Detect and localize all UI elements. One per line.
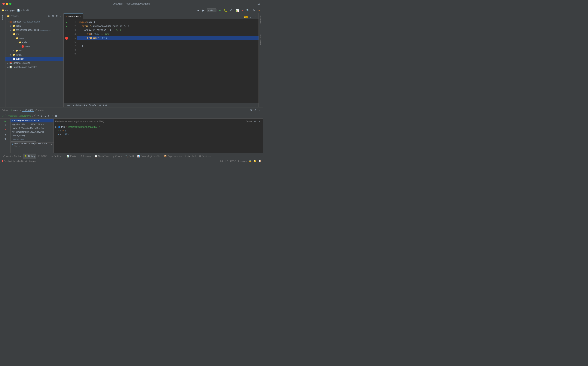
tab-build[interactable]: 🔨 Build xyxy=(124,153,135,159)
gutter-run-1[interactable]: ▶ xyxy=(64,20,69,24)
collapse-all-button[interactable]: ⊟ xyxy=(51,15,55,18)
var-item-this[interactable]: ▶ 🔵 this = {main@901} main$@192d3247 xyxy=(55,125,262,129)
clear-output-button[interactable]: 🗑 xyxy=(4,137,7,141)
tab-scala-profiler[interactable]: 📊 Scala plugin profiler xyxy=(136,153,162,159)
plugins-button[interactable]: ★ xyxy=(257,8,261,12)
tree-item-target[interactable]: ▶ 📁 target xyxy=(5,53,64,57)
breadcrumb-project[interactable]: debugger xyxy=(5,9,15,12)
tab-debug[interactable]: 🐛 Debug xyxy=(23,153,36,159)
frame-item-2[interactable]: apply:18, JFunction1$mcVI$sp (sc xyxy=(10,126,54,130)
settings-debug-button[interactable]: ⚙ xyxy=(254,108,257,112)
frame-item-3[interactable]: foreach$extension:1329, ArrayOps xyxy=(10,130,54,134)
evaluate-button[interactable]: 🖩 xyxy=(54,114,58,118)
debug-button[interactable]: 🐛 xyxy=(223,8,228,12)
project-dropdown-icon[interactable]: ▾ xyxy=(18,15,19,17)
run-with-coverage-button[interactable]: ⏱ xyxy=(229,8,233,12)
breadcrumb-main-fn[interactable]: main(args: Array[String]) xyxy=(73,104,96,106)
eval-input[interactable] xyxy=(55,120,245,123)
eval-expand-button[interactable]: ⤢ xyxy=(258,120,261,123)
tab-todo[interactable]: ☑ TODO xyxy=(37,153,49,159)
thread-dropdown-icon[interactable]: ▾ xyxy=(34,115,35,117)
tree-item-idea[interactable]: ▶ 📁 .idea xyxy=(5,24,64,28)
tab-problems[interactable]: ⚠ Problems xyxy=(49,153,65,159)
var-item-n[interactable]: ● n = 1 xyxy=(55,129,262,133)
tree-item-main-folder[interactable]: ▾ 📁 main xyxy=(5,36,64,40)
tree-item-root[interactable]: ▾ 💼 debugger ~/Code/debugger xyxy=(5,20,64,24)
notification-icon[interactable]: 🔔 xyxy=(254,160,256,162)
step-into-button[interactable]: ↓ xyxy=(40,114,43,118)
debug-session-label[interactable]: main xyxy=(13,109,18,112)
profile-button[interactable]: 📊 xyxy=(235,8,239,12)
console-tab[interactable]: Console xyxy=(35,109,45,112)
close-session-icon[interactable]: × xyxy=(20,109,21,111)
debugger-tab[interactable]: Debugger xyxy=(22,109,34,112)
step-into-my-code-button[interactable]: ⤓ xyxy=(43,114,47,118)
frame-item-4[interactable]: main:5, main$ xyxy=(10,134,54,137)
close-debug-button[interactable]: − xyxy=(258,108,261,112)
tab-dependencies[interactable]: 📦 Dependencies xyxy=(162,153,183,159)
thread-selector[interactable]: ✓ "main"@1 i...: RUNNING ▽ ▾ xyxy=(5,114,36,117)
settings-button[interactable]: ⚙ xyxy=(252,8,256,12)
minimize-button[interactable] xyxy=(6,3,8,5)
mute-breakpoints-button[interactable]: ⊘ xyxy=(4,133,7,137)
maximize-button[interactable] xyxy=(9,3,11,5)
encoding[interactable]: UTF-8 xyxy=(230,160,236,162)
close-button[interactable] xyxy=(2,3,5,5)
thread-filter-icon[interactable]: ▽ xyxy=(32,115,33,117)
indent[interactable]: 2 spaces xyxy=(238,160,246,162)
eval-lang-selector[interactable]: Scala▾ xyxy=(246,120,252,123)
run-config-selector[interactable]: main ▾ xyxy=(207,8,216,12)
restore-layout-button[interactable]: ⊞ xyxy=(249,108,253,112)
project-tab[interactable]: Project xyxy=(1,14,4,22)
gutter-breakpoint-5[interactable]: 🔴 xyxy=(64,36,69,40)
search-button[interactable]: 🔍 xyxy=(246,8,250,12)
event-log-icon[interactable]: 📋 xyxy=(259,160,261,162)
tab-services[interactable]: ⚙ Services xyxy=(198,153,212,159)
pause-button[interactable]: ⏸ xyxy=(4,123,7,127)
run-to-cursor-button[interactable]: ⤏ xyxy=(50,114,54,118)
code-content[interactable]: object main { def main (args: Array [Str… xyxy=(77,19,259,103)
tab-sbt-shell[interactable]: > sbt shell xyxy=(184,153,197,159)
tab-profiler[interactable]: 📊 Profiler xyxy=(65,153,79,159)
notifications-tab[interactable]: Notifications xyxy=(259,33,262,46)
stop-button[interactable]: ■ xyxy=(241,8,244,12)
tree-item-project-build[interactable]: ▶ 📁 project [debugger-build] sources roo… xyxy=(5,28,64,32)
cursor-position[interactable]: 5:7 xyxy=(220,160,223,162)
editor-settings-button[interactable]: ⋮ xyxy=(254,15,257,19)
line-separator[interactable]: LF xyxy=(225,160,228,162)
database-tab[interactable]: Database xyxy=(259,14,262,25)
tab-close-button[interactable]: × xyxy=(79,15,81,17)
breadcrumb-main[interactable]: main xyxy=(66,104,70,106)
frame-item-5[interactable]: main:-1, main xyxy=(10,137,54,141)
tooltip-close-icon[interactable]: × xyxy=(51,144,52,146)
tree-item-scala-folder[interactable]: ▾ 📁 scala xyxy=(5,40,64,45)
tree-item-src[interactable]: ▾ 📁 src xyxy=(5,32,64,36)
tree-item-main-file[interactable]: 🔴 main xyxy=(5,45,64,49)
editor-tab-main-scala[interactable]: ● main.scala × xyxy=(64,14,83,19)
frame-item-1[interactable]: apply$mcVI$sp:-1, 149047107 (ma xyxy=(10,122,54,126)
stop-debug-button[interactable]: ■ xyxy=(4,127,7,131)
forward-button[interactable]: ▶ xyxy=(202,8,205,12)
gutter-run-2[interactable]: ▶ xyxy=(64,24,69,28)
locate-file-button[interactable]: ⊕ xyxy=(47,15,50,18)
expand-editor-button[interactable]: ⤢ xyxy=(249,15,252,19)
vcs-icon[interactable]: ⎇ xyxy=(257,2,260,5)
eval-settings-button[interactable]: ⚙ xyxy=(254,120,257,123)
step-out-button[interactable]: ↑ xyxy=(47,114,50,118)
tree-item-build-sbt[interactable]: 📄 build.sbt xyxy=(5,57,64,61)
tree-item-external-libs[interactable]: ▶ 📚 External Libraries xyxy=(5,61,64,65)
tree-item-scratches[interactable]: ▶ 📝 Scratches and Consoles xyxy=(5,65,64,69)
tree-item-test[interactable]: ▶ 📁 test xyxy=(5,49,64,53)
rerun-button[interactable]: ↺ xyxy=(1,114,5,118)
breadcrumb-lambda[interactable]: λ(n: Any) xyxy=(99,104,107,106)
step-over-button[interactable]: ↷ xyxy=(36,114,40,118)
back-button[interactable]: ◀ xyxy=(197,8,200,12)
tab-scala-trace[interactable]: 📋 Scala Trace Log Viewer xyxy=(93,153,124,159)
frame-item-0[interactable]: ▶ main$$anonfun$1:5, main$ xyxy=(10,119,54,122)
tree-settings-button[interactable]: ⚙ xyxy=(55,15,59,18)
run-button[interactable]: ▶ xyxy=(218,8,222,12)
tab-terminal[interactable]: $ Terminal xyxy=(79,153,93,159)
resume-button[interactable]: ▶ xyxy=(4,119,7,123)
tree-close-button[interactable]: × xyxy=(59,15,62,18)
var-item-x[interactable]: ● x = 123 xyxy=(55,133,262,136)
